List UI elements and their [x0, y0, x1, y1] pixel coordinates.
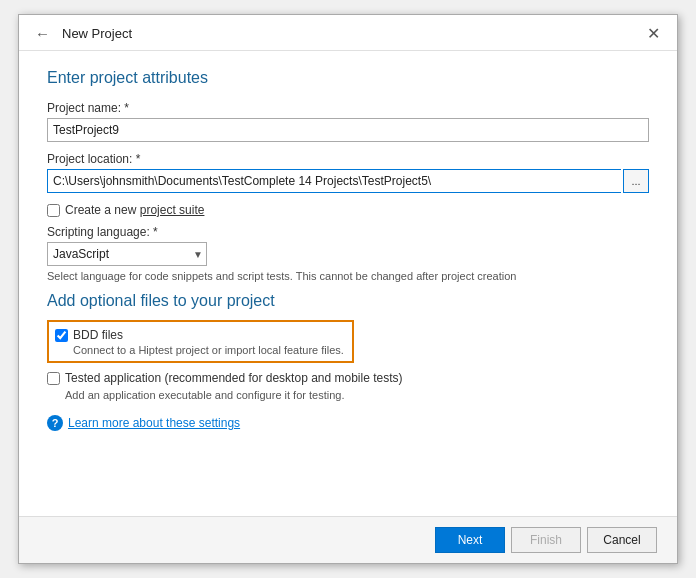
location-row: ...: [47, 169, 649, 193]
learn-more-row: ? Learn more about these settings: [47, 415, 649, 431]
cancel-button[interactable]: Cancel: [587, 527, 657, 553]
project-name-label: Project name: *: [47, 101, 649, 115]
tested-app-hint: Add an application executable and config…: [65, 389, 649, 401]
scripting-group: Scripting language: * JavaScript Python …: [47, 225, 649, 266]
bdd-label: BDD files: [73, 328, 123, 342]
scripting-select[interactable]: JavaScript Python VBScript DelphiScript …: [47, 242, 207, 266]
bdd-hint: Connect to a Hiptest project or import l…: [73, 344, 344, 356]
tested-app-group: Tested application (recommended for desk…: [47, 371, 649, 401]
tested-app-label: Tested application (recommended for desk…: [65, 371, 403, 385]
finish-button[interactable]: Finish: [511, 527, 581, 553]
title-bar: ← New Project ✕: [19, 15, 677, 51]
dialog-title: New Project: [62, 26, 132, 41]
project-location-label: Project location: *: [47, 152, 649, 166]
project-location-input[interactable]: [47, 169, 621, 193]
new-project-dialog: ← New Project ✕ Enter project attributes…: [18, 14, 678, 564]
scripting-hint: Select language for code snippets and sc…: [47, 270, 649, 282]
back-button[interactable]: ←: [31, 23, 54, 44]
title-bar-left: ← New Project: [31, 23, 132, 44]
project-suite-underline: project suite: [140, 203, 205, 217]
close-button[interactable]: ✕: [642, 24, 665, 44]
section1-heading: Enter project attributes: [47, 69, 649, 87]
scripting-label: Scripting language: *: [47, 225, 649, 239]
tested-app-row: Tested application (recommended for desk…: [47, 371, 649, 385]
scripting-select-wrapper: JavaScript Python VBScript DelphiScript …: [47, 242, 207, 266]
new-suite-row: Create a new project suite: [47, 203, 649, 217]
tested-app-checkbox[interactable]: [47, 372, 60, 385]
project-location-group: Project location: * ...: [47, 152, 649, 193]
next-button[interactable]: Next: [435, 527, 505, 553]
project-name-input[interactable]: [47, 118, 649, 142]
new-suite-checkbox[interactable]: [47, 204, 60, 217]
dialog-content: Enter project attributes Project name: *…: [19, 51, 677, 516]
new-suite-label: Create a new project suite: [65, 203, 204, 217]
bdd-option-inner: BDD files: [55, 328, 344, 342]
learn-more-link[interactable]: Learn more about these settings: [68, 416, 240, 430]
info-icon: ?: [47, 415, 63, 431]
project-name-group: Project name: *: [47, 101, 649, 142]
bdd-option-box: BDD files Connect to a Hiptest project o…: [47, 320, 354, 363]
browse-button[interactable]: ...: [623, 169, 649, 193]
bdd-checkbox[interactable]: [55, 329, 68, 342]
dialog-footer: Next Finish Cancel: [19, 516, 677, 563]
section2-heading: Add optional files to your project: [47, 292, 649, 310]
